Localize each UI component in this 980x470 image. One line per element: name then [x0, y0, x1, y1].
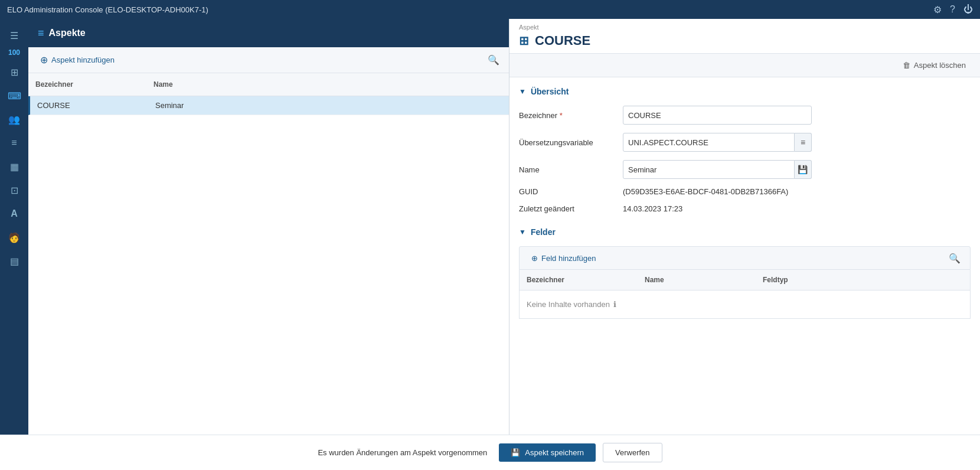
form-row-uebersetzung: Übersetzungsvariable ≡: [519, 133, 971, 152]
discard-button[interactable]: Verwerfen: [603, 443, 662, 462]
content-area: ≡ Aspekte ⊕ Aspekt hinzufügen 🔍 Bezeichn…: [28, 19, 980, 470]
bezeichner-label: Bezeichner *: [519, 111, 613, 120]
felder-table: Bezeichner Name Feldtyp Keine Inhalte vo…: [519, 270, 971, 319]
discard-label: Verwerfen: [615, 448, 650, 457]
detail-title-icon: ⊞: [519, 34, 529, 48]
sidebar-item-keyboard[interactable]: ⌨: [2, 85, 26, 106]
aspekte-list-icon: ≡: [38, 27, 44, 40]
sidebar-item-users[interactable]: 👥: [2, 109, 26, 130]
save-icon: 💾: [511, 448, 520, 457]
detail-title-text: COURSE: [535, 33, 590, 48]
felder-section: ▼ Felder ⊕ Feld hinzufügen 🔍 Bezeichner: [519, 227, 971, 319]
felder-section-header[interactable]: ▼ Felder: [519, 227, 971, 237]
felder-empty-message: Keine Inhalte vorhanden ℹ: [520, 291, 970, 318]
detail-title-container: ⊞ COURSE: [519, 33, 971, 48]
felder-table-header: Bezeichner Name Feldtyp: [520, 270, 970, 291]
left-panel-header: ≡ Aspekte: [28, 19, 509, 47]
felder-empty-icon: ℹ: [613, 300, 616, 309]
sidebar-item-text[interactable]: A: [2, 203, 26, 224]
bottom-bar-message: Es wurden Änderungen am Aspekt vorgenomm…: [318, 448, 487, 457]
titlebar-icons: ⚙ ? ⏻: [933, 4, 973, 15]
guid-value: (D59D35E3-E6AE-BDCF-0481-0DB2B71366FA): [623, 187, 788, 196]
uebersetzung-list-icon[interactable]: ≡: [795, 133, 812, 152]
felder-col-name-header: Name: [638, 273, 756, 286]
save-aspekt-button[interactable]: 💾 Aspekt speichern: [499, 443, 596, 462]
app-layout: ☰ 100 ⊞ ⌨ 👥 ≡ ▦ ⊡ A 🧑 ▤ ≡ Aspekte ⊕ Aspe…: [0, 19, 980, 470]
right-panel-body: ▼ Übersicht Bezeichner *: [509, 77, 980, 470]
logout-icon[interactable]: ⏻: [963, 4, 973, 15]
name-value-container: 💾: [623, 160, 812, 179]
right-panel-actions: 🗑 Aspekt löschen: [509, 54, 980, 77]
name-label: Name: [519, 165, 613, 174]
felder-chevron-icon: ▼: [519, 228, 526, 236]
sidebar-item-person[interactable]: 🧑: [2, 227, 26, 248]
col-name-header: Name: [146, 78, 509, 91]
form-row-bezeichner: Bezeichner *: [519, 106, 971, 125]
felder-search-button[interactable]: 🔍: [946, 250, 963, 266]
left-panel-title: Aspekte: [49, 28, 86, 38]
save-aspekt-label: Aspekt speichern: [525, 448, 584, 457]
bezeichner-input[interactable]: [623, 106, 812, 125]
guid-label: GUID: [519, 187, 613, 196]
form-row-name: Name 💾: [519, 160, 971, 179]
help-icon[interactable]: ?: [950, 4, 955, 15]
hamburger-menu[interactable]: ☰: [2, 25, 26, 46]
felder-col-feldtyp-header: Feldtyp: [756, 273, 970, 286]
zuletzt-value: 14.03.2023 17:23: [623, 204, 682, 213]
sidebar-item-barcode[interactable]: ▤: [2, 250, 26, 272]
uebersetzung-value-container: ≡: [623, 133, 812, 152]
bottom-bar: Es wurden Änderungen am Aspekt vorgenomm…: [0, 435, 980, 470]
felder-toolbar: ⊕ Feld hinzufügen 🔍: [519, 246, 971, 270]
name-input[interactable]: [623, 160, 795, 179]
list-table-header: Bezeichner Name: [28, 73, 509, 96]
required-indicator: *: [560, 111, 563, 120]
uebersetzung-label: Übersetzungsvariable: [519, 138, 613, 147]
right-panel-header: Aspekt ⊞ COURSE: [509, 19, 980, 54]
plus-circle-icon: ⊕: [40, 54, 48, 66]
uebersicht-section-label: Übersicht: [531, 87, 569, 96]
search-button[interactable]: 🔍: [485, 52, 502, 68]
name-save-icon[interactable]: 💾: [795, 160, 812, 179]
row-bezeichner: COURSE: [30, 96, 148, 115]
titlebar-title: ELO Administration Console (ELO-DESKTOP-…: [7, 5, 208, 14]
uebersetzung-input[interactable]: [623, 133, 795, 152]
sidebar-item-list[interactable]: ≡: [2, 132, 26, 154]
sidebar-item-table[interactable]: ⊞: [2, 61, 26, 83]
left-panel: ≡ Aspekte ⊕ Aspekt hinzufügen 🔍 Bezeichn…: [28, 19, 509, 470]
plus-circle-field-icon: ⊕: [531, 254, 538, 263]
bezeichner-value-container: [623, 106, 812, 125]
add-field-button[interactable]: ⊕ Feld hinzufügen: [527, 252, 601, 265]
sidebar-badge: 100: [8, 48, 20, 57]
zuletzt-label: Zuletzt geändert: [519, 204, 613, 213]
form-row-guid: GUID (D59D35E3-E6AE-BDCF-0481-0DB2B71366…: [519, 187, 971, 196]
row-name: Seminar: [148, 96, 509, 115]
left-panel-toolbar: ⊕ Aspekt hinzufügen 🔍: [28, 47, 509, 73]
uebersicht-chevron-icon: ▼: [519, 87, 526, 96]
felder-section-label: Felder: [531, 227, 556, 237]
table-row[interactable]: COURSE Seminar: [28, 96, 509, 115]
breadcrumb: Aspekt: [519, 24, 971, 31]
form-row-zuletzt: Zuletzt geändert 14.03.2023 17:23: [519, 204, 971, 213]
trash-icon: 🗑: [903, 61, 910, 70]
add-aspekt-button[interactable]: ⊕ Aspekt hinzufügen: [35, 52, 119, 68]
sidebar-item-grid[interactable]: ⊡: [2, 179, 26, 201]
gear-icon[interactable]: ⚙: [933, 4, 942, 15]
add-aspekt-label: Aspekt hinzufügen: [51, 56, 115, 64]
add-field-label: Feld hinzufügen: [541, 254, 596, 263]
felder-col-bezeichner-header: Bezeichner: [520, 273, 638, 286]
titlebar: ELO Administration Console (ELO-DESKTOP-…: [0, 0, 980, 19]
uebersicht-section: ▼ Übersicht Bezeichner *: [519, 87, 971, 213]
sidebar-item-chart[interactable]: ▦: [2, 156, 26, 177]
delete-aspekt-label: Aspekt löschen: [914, 61, 966, 70]
uebersicht-section-header[interactable]: ▼ Übersicht: [519, 87, 971, 96]
right-panel: Aspekt ⊞ COURSE 🗑 Aspekt löschen ▼ Übers: [509, 19, 980, 470]
col-bezeichner-header: Bezeichner: [28, 78, 146, 91]
icon-sidebar: ☰ 100 ⊞ ⌨ 👥 ≡ ▦ ⊡ A 🧑 ▤: [0, 19, 28, 470]
delete-aspekt-button[interactable]: 🗑 Aspekt löschen: [898, 58, 971, 72]
